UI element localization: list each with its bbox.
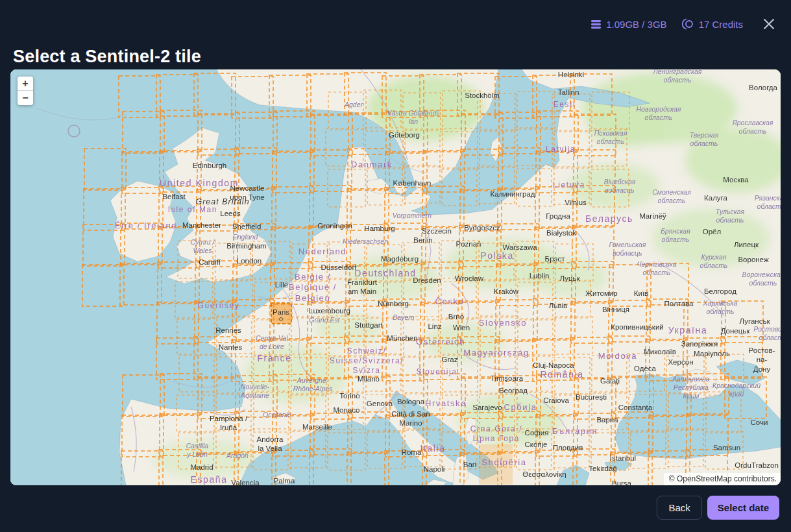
map-viewport[interactable]: HelsinkiTallinnВологдаМоскваКалугаМагілё… — [10, 69, 781, 485]
zoom-in-button[interactable]: + — [18, 77, 33, 91]
map-zoom-control: + − — [18, 77, 33, 105]
storage-usage: 1.09GB / 3GB — [590, 19, 666, 30]
back-button[interactable]: Back — [657, 496, 701, 520]
sentinel-tile-shaded[interactable] — [479, 444, 513, 485]
credits-icon — [681, 18, 694, 30]
dialog-footer: Back Select date — [657, 496, 779, 520]
credits-balance: 17 Credits — [681, 18, 743, 30]
close-button[interactable] — [761, 16, 777, 32]
dialog-header: 1.09GB / 3GB 17 Credits — [590, 16, 777, 32]
zoom-out-button[interactable]: − — [18, 91, 33, 105]
storage-usage-text: 1.09GB / 3GB — [606, 19, 666, 30]
select-tile-dialog: 1.09GB / 3GB 17 Credits Select a Sentine… — [0, 0, 791, 532]
map-attribution: © OpenStreetMap contributors. — [664, 473, 781, 485]
select-date-button[interactable]: Select date — [707, 496, 779, 520]
storage-icon — [590, 19, 602, 30]
page-title: Select a Sentinel-2 tile — [13, 47, 201, 67]
credits-balance-text: 17 Credits — [699, 19, 743, 30]
map-canvas — [10, 69, 781, 485]
close-icon — [762, 18, 775, 30]
osm-attribution-link[interactable]: © OpenStreetMap contributors. — [669, 474, 777, 483]
